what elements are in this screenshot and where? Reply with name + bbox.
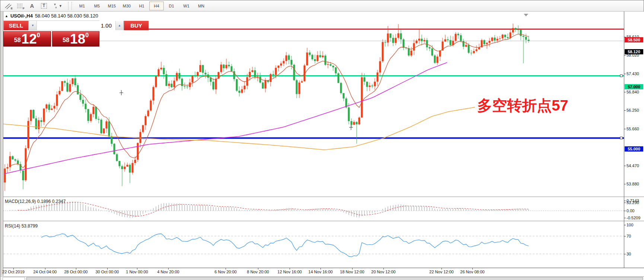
arrows-tool-icon[interactable]: ▼ — [50, 1, 64, 10]
down-arrow-icon: ▼ — [31, 24, 34, 27]
timeframe-button-h4[interactable]: H4 — [149, 1, 164, 10]
equidistant-channel-tool-icon[interactable]: E — [3, 1, 14, 10]
time-axis-label: 6 Nov 20:00 — [214, 270, 236, 274]
price-badge-57.000: 57.000 — [625, 84, 643, 89]
price-tick-mark — [624, 203, 626, 203]
time-axis-label: 24 Oct 04:00 — [34, 270, 57, 274]
price-tick-mark — [624, 55, 626, 55]
timeframe-button-d1[interactable]: D1 — [164, 1, 179, 10]
drawing-tools-group: EFAT▼ — [3, 1, 65, 10]
timeframe-button-m15[interactable]: M15 — [105, 1, 119, 10]
trading-app: EFAT▼ M1M5M15M30H1H4D1W1MN ▲ USOil-,H4 5… — [0, 0, 644, 280]
chart-window: ▲ USOil-,H4 58.040 58.140 58.030 58.120 … — [0, 12, 644, 280]
text-tool-icon[interactable]: A — [26, 1, 38, 10]
one-click-trade-panel: SELL ▼ ▲ BUY 58120 58180 — [3, 20, 99, 47]
price-axis-label: 55.660 — [627, 127, 644, 131]
timeframe-button-m30[interactable]: M30 — [119, 1, 134, 10]
time-axis-label: 12 Nov 16:00 — [277, 270, 302, 274]
price-axis-label: 56.250 — [627, 108, 644, 112]
volume-group: ▼ ▲ — [28, 21, 124, 30]
timeframe-group: M1M5M15M30H1H4D1W1MN — [75, 1, 209, 10]
dropdown-caret-icon: ▼ — [59, 4, 62, 8]
time-axis-label: 26 Nov 08:00 — [460, 270, 484, 274]
sell-price-tile[interactable]: 58120 — [3, 31, 51, 47]
macd-indicator-label: MACD(12,26,9) 0.1896 0.2347 — [5, 199, 66, 204]
time-axis-label: 14 Nov 16:00 — [308, 270, 332, 274]
buy-price-pips: 18 — [70, 34, 85, 45]
left-gutter — [0, 12, 3, 276]
sell-price-frac: 0 — [37, 32, 40, 39]
volume-decrease-button[interactable]: ▼ — [29, 21, 37, 30]
timeframe-button-m1[interactable]: M1 — [75, 1, 89, 10]
price-axis-label: 53.880 — [627, 182, 644, 186]
symbol-period-label: USOil-,H4 — [10, 13, 33, 19]
price-tick-mark — [624, 184, 626, 184]
price-tick-mark — [624, 92, 626, 92]
top-toolbar: EFAT▼ M1M5M15M30H1H4D1W1MN — [0, 0, 644, 12]
time-axis-label: 30 Oct 00:00 — [96, 270, 119, 274]
price-axis-line — [624, 12, 624, 268]
buy-price-tile[interactable]: 58180 — [52, 31, 100, 47]
scrollbar-thumb[interactable] — [26, 277, 643, 280]
price-tick-mark — [624, 110, 626, 111]
chart-title: ▲ USOil-,H4 58.040 58.140 58.030 58.120 — [5, 13, 98, 19]
price-axis-label: 57.430 — [627, 71, 644, 76]
price-tick-mark — [624, 225, 626, 225]
rsi-indicator-label: RSI(14) 53.8799 — [5, 223, 38, 229]
main-macd-divider[interactable] — [0, 197, 644, 198]
price-badge-58.500: 58.500 — [625, 37, 643, 42]
list-marker-icon: ▲ — [5, 14, 8, 18]
time-axis-label: 22 Oct 2019 — [2, 270, 25, 274]
price-tick-mark — [624, 129, 626, 129]
macd-rsi-divider[interactable] — [0, 221, 644, 222]
time-axis-label: 4 Nov 20:00 — [157, 270, 179, 274]
volume-increase-button[interactable]: ▲ — [115, 21, 124, 30]
price-tick-mark — [624, 166, 626, 166]
price-tick-mark — [624, 74, 626, 74]
buy-button[interactable]: BUY — [124, 21, 149, 30]
time-axis-label: 1 Nov 00:00 — [126, 270, 148, 274]
timeframe-button-w1[interactable]: W1 — [179, 1, 194, 10]
time-axis-line — [0, 268, 644, 268]
timeframe-button-h1[interactable]: H1 — [134, 1, 149, 10]
rsi-axis-label: 70 — [627, 234, 644, 238]
toolbar-drag-handle[interactable] — [68, 2, 72, 10]
sell-price-pips: 12 — [22, 34, 37, 45]
price-tick-mark — [624, 211, 626, 211]
time-axis-label: 28 Oct 00:00 — [64, 270, 88, 274]
macd-axis-label: 0.7143 — [627, 198, 644, 203]
sell-button[interactable]: SELL — [4, 21, 28, 30]
price-chart-canvas[interactable] — [0, 12, 644, 280]
price-tick-mark — [624, 254, 626, 254]
volume-input[interactable] — [37, 21, 115, 30]
price-tick-mark — [624, 218, 626, 218]
price-axis-label: 54.470 — [627, 163, 644, 168]
fibonacci-tool-icon[interactable]: F — [15, 1, 26, 10]
ohlc-quote: 58.040 58.140 58.030 58.120 — [35, 13, 98, 19]
price-badge-58.120: 58.120 — [625, 49, 643, 54]
chart-annotation-text[interactable]: 多空转折点57 — [477, 98, 568, 113]
up-arrow-icon: ▲ — [118, 24, 121, 27]
time-axis-label: 18 Nov 12:00 — [340, 270, 364, 274]
horizontal-scrollbar — [0, 276, 644, 280]
macd-axis-label: -0.5209 — [627, 216, 644, 220]
scrollbar-left-segment — [3, 277, 25, 280]
label-tool-icon[interactable]: T — [38, 1, 50, 10]
time-axis-label: 22 Nov 12:00 — [429, 270, 453, 274]
macd-axis-label: 0.00 — [627, 209, 644, 213]
timeframe-button-mn[interactable]: MN — [194, 1, 208, 10]
timeframe-button-m5[interactable]: M5 — [90, 1, 104, 10]
price-badge-55.000: 55.000 — [625, 146, 643, 152]
rsi-axis-label: 30 — [627, 252, 644, 256]
time-axis-label: 8 Nov 20:00 — [247, 270, 269, 274]
rsi-axis-label: 100 — [627, 223, 644, 227]
buy-price-whole: 58 — [63, 37, 69, 44]
price-axis-label: 56.840 — [627, 90, 644, 94]
price-tick-mark — [624, 201, 626, 201]
buy-price-frac: 0 — [85, 32, 89, 39]
sell-price-whole: 58 — [14, 37, 21, 44]
time-axis-label: 20 Nov 12:00 — [371, 270, 395, 274]
price-tick-mark — [624, 236, 626, 236]
